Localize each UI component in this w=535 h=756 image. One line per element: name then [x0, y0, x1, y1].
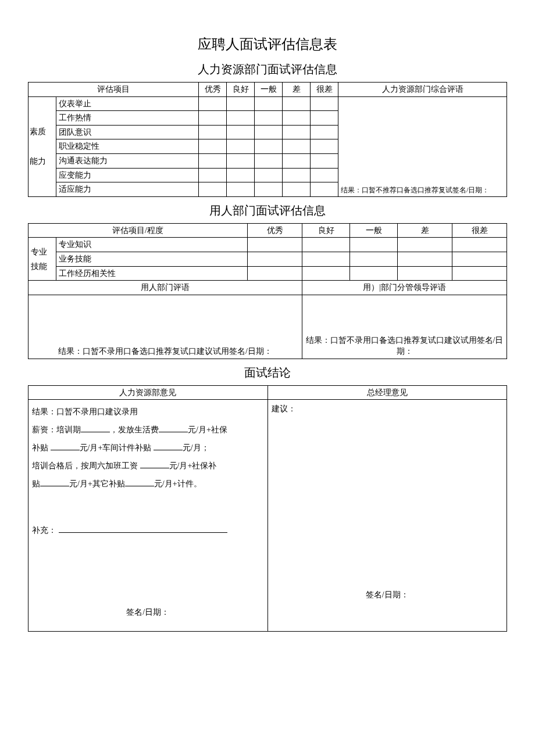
leader-comment-area[interactable]: 结果：口暂不录用口备选口推荐复试口建议试用签名/日期：: [302, 295, 507, 359]
row-label: 沟通表达能力: [56, 153, 199, 168]
col-rating-4: 很差: [452, 223, 507, 238]
hr-opinion-area[interactable]: 结果：口暂不录用口建议录用 薪资：培训期，发放生活费元/月+社保 补贴 元/月+…: [28, 400, 268, 632]
section1-heading: 人力资源部门面试评估信息: [28, 62, 507, 77]
gm-sign-date: 签名/日期：: [272, 589, 504, 601]
section3-heading: 面试结论: [28, 365, 507, 381]
row-label: 工作热情: [56, 111, 199, 126]
row-label: 应变能力: [56, 168, 199, 182]
rating-cell[interactable]: [199, 96, 227, 111]
col-rating-0: 优秀: [199, 83, 227, 97]
hr-comment-area[interactable]: 结果：口暂不推荐口备选口推荐复试签名/日期：: [338, 96, 507, 196]
hr-eval-table: 评估项目 优秀 良好 一般 差 很差 人力资源部门综合评语 素质能力 仪表举止 …: [28, 82, 507, 197]
col-rating-3: 差: [398, 223, 452, 238]
page-title: 应聘人面试评估信息表: [28, 35, 507, 53]
rating-cell[interactable]: [311, 96, 338, 111]
col-rating-4: 很差: [311, 83, 338, 97]
conclusion-table: 人力资源部意见 总经理意见 结果：口暂不录用口建议录用 薪资：培训期，发放生活费…: [28, 385, 507, 632]
rating-cell[interactable]: [227, 96, 255, 111]
dept-comment-area[interactable]: 结果：口暂不录用口备选口推荐复试口建议试用签名/日期：: [28, 295, 302, 359]
group-label: 专业技能: [28, 238, 56, 281]
col-rating-1: 良好: [302, 223, 350, 238]
hr-supplement-line: 补充：: [32, 522, 264, 540]
table-row: 业务技能: [28, 252, 507, 266]
hr-opinion-hdr: 人力资源部意见: [28, 385, 268, 400]
hr-salary-line: 贴元/月+其它补贴元/月+计件。: [32, 475, 264, 493]
dept-eval-table: 评估项目/程度 优秀 良好 一般 差 很差 专业技能 专业知识 业务技能 工作经…: [28, 223, 507, 359]
col-rating-3: 差: [283, 83, 311, 97]
gm-suggest-label: 建议：: [272, 403, 504, 415]
row-label: 职业稳定性: [56, 139, 199, 154]
dept-comment-hdr: 用人部门评语: [28, 281, 302, 295]
row-label: 仪表举止: [56, 96, 199, 111]
hr-salary-line: 薪资：培训期，发放生活费元/月+社保: [32, 421, 264, 439]
col-rating-0: 优秀: [248, 223, 302, 238]
section2-heading: 用人部门面试评估信息: [28, 203, 507, 218]
table-row: 素质能力 仪表举止 结果：口暂不推荐口备选口推荐复试签名/日期：: [28, 96, 507, 111]
rating-cell[interactable]: [255, 96, 283, 111]
row-label: 业务技能: [56, 252, 248, 266]
gm-opinion-hdr: 总经理意见: [268, 385, 507, 400]
table-row: 专业技能 专业知识: [28, 238, 507, 252]
rating-cell[interactable]: [283, 96, 311, 111]
col-item: 评估项目: [28, 83, 199, 97]
row-label: 适应能力: [56, 182, 199, 197]
gm-opinion-area[interactable]: 建议： 签名/日期：: [268, 400, 507, 632]
col-rating-1: 良好: [227, 83, 255, 97]
group-label: 素质能力: [28, 96, 56, 196]
col-rating-2: 一般: [350, 223, 398, 238]
col-comment: 人力资源部门综合评语: [338, 83, 507, 97]
row-label: 工作经历相关性: [56, 266, 248, 281]
col-rating-2: 一般: [255, 83, 283, 97]
table-row: 工作经历相关性: [28, 266, 507, 281]
col-item: 评估项目/程度: [28, 223, 248, 238]
hr-salary-line: 培训合格后，按周六加班工资 元/月+社保补: [32, 457, 264, 475]
hr-sign-date: 签名/日期：: [32, 540, 264, 628]
leader-comment-hdr: 用）|部门分管领导评语: [302, 281, 507, 295]
row-label: 团队意识: [56, 125, 199, 139]
hr-salary-line: 补贴 元/月+车间计件补贴 元/月；: [32, 439, 264, 457]
row-label: 专业知识: [56, 238, 248, 252]
hr-result-line: 结果：口暂不录用口建议录用: [32, 403, 264, 421]
